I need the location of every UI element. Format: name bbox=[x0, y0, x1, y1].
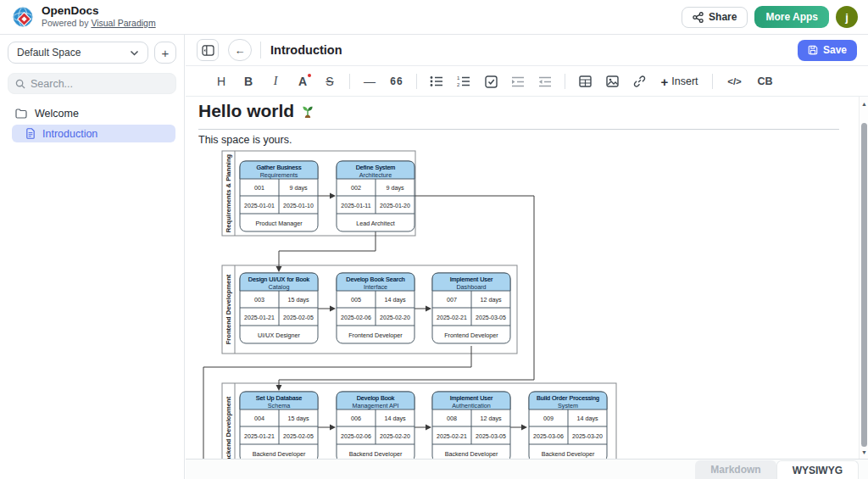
svg-text:007: 007 bbox=[447, 296, 457, 304]
app-name: OpenDocs bbox=[42, 5, 156, 18]
folder-icon bbox=[15, 109, 27, 119]
task-list-button[interactable] bbox=[482, 72, 500, 91]
back-button[interactable]: ← bbox=[228, 39, 252, 61]
sidebar: Default Space + Welcome bbox=[0, 35, 185, 479]
outdent-button[interactable] bbox=[537, 72, 554, 91]
link-button[interactable] bbox=[631, 72, 648, 91]
scroll-up-icon[interactable]: ▲ bbox=[860, 98, 868, 109]
page-tree: Welcome Introduction bbox=[0, 104, 184, 142]
svg-text:2025-01-21: 2025-01-21 bbox=[244, 315, 275, 320]
toggle-sidebar-button[interactable] bbox=[197, 39, 219, 61]
user-avatar[interactable]: j bbox=[836, 6, 858, 28]
toolbar-separator bbox=[349, 74, 350, 89]
blockquote-button[interactable]: 66 bbox=[388, 72, 406, 91]
svg-text:003: 003 bbox=[254, 296, 264, 304]
svg-text:Management API: Management API bbox=[352, 402, 398, 409]
svg-text:001: 001 bbox=[254, 184, 264, 192]
share-icon bbox=[693, 12, 704, 23]
image-icon bbox=[606, 75, 619, 87]
bullet-list-button[interactable] bbox=[428, 72, 446, 91]
link-icon bbox=[633, 75, 646, 87]
svg-text:2025-02-05: 2025-02-05 bbox=[283, 433, 314, 439]
svg-text:2: 2 bbox=[457, 82, 460, 87]
tab-wysiwyg[interactable]: WYSIWYG bbox=[776, 460, 859, 479]
vertical-scrollbar[interactable]: ▲ ▼ bbox=[859, 97, 868, 459]
svg-text:2025-03-20: 2025-03-20 bbox=[572, 433, 603, 439]
image-button[interactable] bbox=[604, 72, 621, 91]
indent-button[interactable] bbox=[509, 72, 527, 91]
toolbar-separator bbox=[565, 74, 565, 89]
project-plan-diagram[interactable]: Requirements & PlanningFrontend Developm… bbox=[186, 97, 859, 459]
add-space-button[interactable]: + bbox=[154, 42, 176, 64]
svg-text:Implement User: Implement User bbox=[450, 276, 493, 283]
svg-text:Backend Developer: Backend Developer bbox=[542, 450, 595, 458]
tab-markdown[interactable]: Markdown bbox=[695, 460, 776, 479]
svg-text:Build Order Processing: Build Order Processing bbox=[537, 394, 599, 402]
color-dot bbox=[308, 74, 311, 77]
task-card-001: Gather BusinessRequirements0019 days2025… bbox=[240, 161, 318, 231]
scroll-down-icon[interactable]: ▼ bbox=[860, 447, 868, 457]
toolbar-separator bbox=[416, 74, 417, 89]
scrollbar-thumb[interactable] bbox=[861, 123, 867, 447]
svg-text:2025-03-05: 2025-03-05 bbox=[476, 315, 506, 320]
sidebar-search[interactable] bbox=[8, 73, 176, 94]
ordered-list-button[interactable]: 12 bbox=[455, 72, 473, 91]
powered-by: Powered by Visual Paradigm bbox=[42, 19, 156, 29]
svg-text:Backend Development: Backend Development bbox=[225, 396, 232, 459]
task-card-008: Implement UserAuthentication00812 days20… bbox=[432, 392, 510, 459]
svg-text:Schema: Schema bbox=[268, 402, 290, 409]
opendocs-logo-icon bbox=[12, 6, 35, 29]
app-header: OpenDocs Powered by Visual Paradigm Shar… bbox=[0, 0, 868, 35]
svg-text:002: 002 bbox=[351, 184, 361, 192]
space-selector-dropdown[interactable]: Default Space bbox=[8, 42, 148, 64]
svg-text:2025-01-11: 2025-01-11 bbox=[341, 203, 370, 209]
svg-text:005: 005 bbox=[351, 296, 361, 304]
search-input[interactable] bbox=[31, 78, 158, 90]
task-card-009: Build Order ProcessingSystem00914 days20… bbox=[529, 392, 607, 459]
indent-icon bbox=[511, 76, 525, 87]
horizontal-rule-button[interactable]: — bbox=[361, 72, 379, 91]
task-card-002: Define SystemArchitecture0029 days2025-0… bbox=[337, 161, 415, 231]
sidebar-item-introduction[interactable]: Introduction bbox=[12, 125, 175, 142]
topbar-divider bbox=[260, 42, 261, 58]
svg-text:9 days: 9 days bbox=[289, 184, 308, 192]
strikethrough-button[interactable]: S bbox=[321, 72, 339, 91]
svg-text:2025-03-05: 2025-03-05 bbox=[476, 433, 506, 439]
more-apps-button[interactable]: More Apps bbox=[754, 6, 829, 28]
svg-text:Implement User: Implement User bbox=[450, 394, 493, 402]
code-block-button[interactable]: CB bbox=[755, 72, 776, 91]
bold-button[interactable]: B bbox=[240, 72, 258, 91]
plus-icon: + bbox=[661, 75, 669, 89]
save-button[interactable]: Save bbox=[798, 40, 857, 61]
table-button[interactable] bbox=[576, 72, 594, 91]
text-color-button[interactable]: A bbox=[294, 72, 312, 91]
svg-text:Define System: Define System bbox=[356, 164, 396, 171]
heading-button[interactable]: H bbox=[213, 72, 231, 91]
header-actions: Share More Apps j bbox=[682, 6, 858, 28]
svg-text:1: 1 bbox=[457, 75, 460, 81]
svg-text:Develop Book Search: Develop Book Search bbox=[346, 276, 405, 283]
svg-text:2025-01-10: 2025-01-10 bbox=[283, 203, 314, 209]
save-icon bbox=[808, 45, 818, 55]
document-editor[interactable]: Hello world This space is yours. Require… bbox=[186, 97, 859, 459]
svg-text:Product Manager: Product Manager bbox=[255, 220, 303, 227]
task-list-icon bbox=[485, 75, 498, 88]
svg-text:009: 009 bbox=[543, 415, 554, 422]
insert-button[interactable]: + Insert bbox=[658, 72, 702, 91]
back-icon: ← bbox=[235, 44, 246, 57]
svg-text:2025-01-01: 2025-01-01 bbox=[244, 203, 275, 209]
visual-paradigm-link[interactable]: Visual Paradigm bbox=[91, 18, 155, 28]
svg-text:004: 004 bbox=[254, 415, 264, 422]
share-button[interactable]: Share bbox=[682, 7, 748, 28]
svg-text:Interface: Interface bbox=[364, 283, 387, 291]
inline-code-button[interactable]: </> bbox=[724, 72, 746, 91]
italic-button[interactable]: I bbox=[267, 72, 285, 91]
chevron-down-icon bbox=[130, 47, 139, 58]
toolbar-separator bbox=[712, 74, 713, 89]
svg-text:Gather Business: Gather Business bbox=[256, 164, 302, 171]
svg-text:2025-03-06: 2025-03-06 bbox=[533, 433, 564, 439]
svg-text:14 days: 14 days bbox=[384, 415, 406, 422]
svg-text:12 days: 12 days bbox=[480, 415, 502, 422]
svg-text:Architecture: Architecture bbox=[359, 171, 392, 179]
sidebar-item-welcome[interactable]: Welcome bbox=[0, 104, 184, 123]
